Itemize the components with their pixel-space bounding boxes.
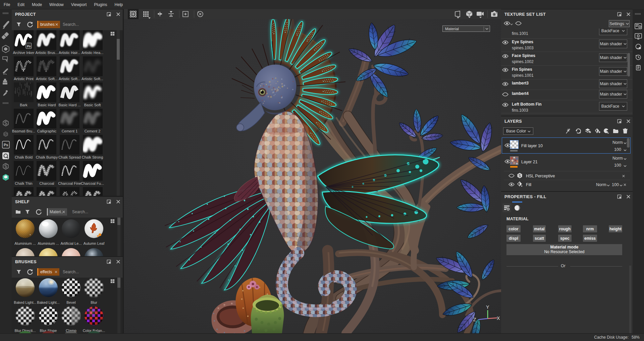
- svg-text:Ps: Ps: [4, 143, 8, 147]
- svg-text:Y: Y: [486, 304, 489, 310]
- svg-text:Ps: Ps: [27, 45, 31, 48]
- svg-text:Z: Z: [473, 317, 476, 322]
- svg-text:X: X: [497, 316, 500, 321]
